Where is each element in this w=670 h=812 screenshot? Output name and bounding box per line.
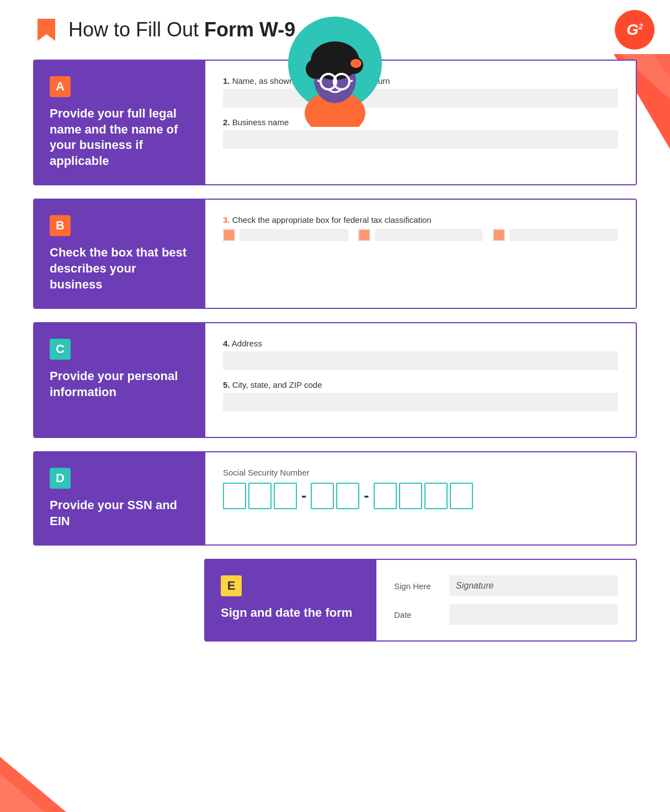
field-5-num: 5. — [223, 380, 230, 389]
date-input[interactable] — [449, 604, 618, 625]
g2-badge-text: G2 — [626, 21, 643, 39]
field-2-num: 2. — [223, 117, 230, 127]
field-3-label: 3. Check the appropriate box for federal… — [223, 215, 618, 225]
character-illustration — [274, 6, 396, 127]
ssn-box-8[interactable] — [424, 483, 448, 509]
checkbox-2-label — [375, 229, 483, 241]
field-2-input[interactable] — [223, 130, 618, 149]
date-label: Date — [394, 610, 438, 619]
ssn-label: Social Security Number — [223, 468, 618, 477]
section-b-card: B Check the box that best describes your… — [33, 199, 637, 309]
section-c-left: C Provide your personal information — [34, 323, 205, 437]
ssn-box-1[interactable] — [223, 483, 246, 509]
ssn-box-7[interactable] — [399, 483, 422, 509]
svg-point-13 — [350, 59, 361, 68]
section-e-card: E Sign and date the form Sign Here Signa… — [204, 559, 637, 642]
svg-line-17 — [317, 81, 321, 82]
section-b-label: Check the box that best describes your b… — [50, 245, 190, 292]
field-4-num: 4. — [223, 339, 230, 348]
date-row: Date — [394, 604, 618, 625]
ssn-dash-2: - — [359, 487, 373, 505]
sign-here-row: Sign Here Signature — [394, 575, 618, 596]
bottom-left-decoration — [0, 740, 110, 812]
svg-marker-19 — [38, 19, 55, 41]
ssn-group-3 — [374, 483, 473, 509]
sign-here-label: Sign Here — [394, 581, 438, 591]
checkbox-2[interactable] — [358, 229, 370, 241]
signature-input[interactable]: Signature — [449, 575, 618, 596]
tax-class-item-2 — [358, 229, 483, 241]
section-c-card: C Provide your personal information 4. A… — [33, 322, 637, 438]
field-4-input[interactable] — [223, 351, 618, 370]
section-d-card: D Provide your SSN and EIN Social Securi… — [33, 451, 637, 546]
field-5-label: 5. City, state, and ZIP code — [223, 380, 618, 389]
ssn-box-2[interactable] — [248, 483, 272, 509]
ssn-group-1 — [223, 483, 297, 509]
section-b-right: 3. Check the appropriate box for federal… — [205, 200, 636, 308]
svg-point-12 — [325, 44, 345, 64]
section-d-badge: D — [50, 468, 71, 489]
checkbox-1-label — [240, 229, 348, 241]
signature-placeholder: Signature — [456, 581, 494, 591]
section-c-badge: C — [50, 339, 71, 360]
tax-class-item-1 — [223, 229, 348, 241]
field-5-input[interactable] — [223, 393, 618, 412]
bookmark-icon — [33, 17, 60, 43]
section-a-label: Provide your full legal name and the nam… — [50, 106, 190, 169]
ssn-box-5[interactable] — [336, 483, 359, 509]
section-d-label: Provide your SSN and EIN — [50, 498, 190, 529]
g2-badge: G2 — [615, 10, 655, 50]
checkbox-3-label — [509, 229, 618, 241]
tax-class-item-3 — [493, 229, 618, 241]
ssn-box-3[interactable] — [274, 483, 297, 509]
section-c-label: Provide your personal information — [50, 368, 190, 400]
ssn-box-6[interactable] — [374, 483, 397, 509]
main-content: A Provide your full legal name and the n… — [0, 54, 670, 677]
section-b-left: B Check the box that best describes your… — [34, 200, 205, 308]
field-3-num: 3. — [223, 215, 230, 225]
section-e-label: Sign and date the form — [221, 605, 361, 621]
section-a-badge: A — [50, 76, 71, 97]
page-title: How to Fill Out Form W-9 — [68, 18, 295, 41]
section-a-left: A Provide your full legal name and the n… — [34, 61, 205, 184]
checkbox-1[interactable] — [223, 229, 235, 241]
ssn-row: - - — [223, 483, 618, 509]
section-c-right: 4. Address 5. City, state, and ZIP code — [205, 323, 636, 437]
ssn-box-4[interactable] — [311, 483, 334, 509]
field-1-num: 1. — [223, 76, 230, 86]
tax-class-row — [223, 229, 618, 241]
ssn-dash-1: - — [297, 487, 311, 505]
ssn-group-2 — [311, 483, 359, 509]
section-e-left: E Sign and date the form — [205, 560, 376, 640]
section-d-right: Social Security Number - - — [205, 452, 636, 544]
checkbox-3[interactable] — [493, 229, 505, 241]
section-e-badge: E — [221, 575, 242, 596]
section-b-badge: B — [50, 215, 71, 236]
section-a-right: 1. Name, as shown on your income tax ret… — [205, 61, 636, 184]
field-4-label: 4. Address — [223, 339, 618, 348]
section-e-right: Sign Here Signature Date — [376, 560, 636, 640]
ssn-box-9[interactable] — [450, 483, 473, 509]
svg-line-18 — [349, 81, 353, 82]
section-d-left: D Provide your SSN and EIN — [34, 452, 205, 544]
